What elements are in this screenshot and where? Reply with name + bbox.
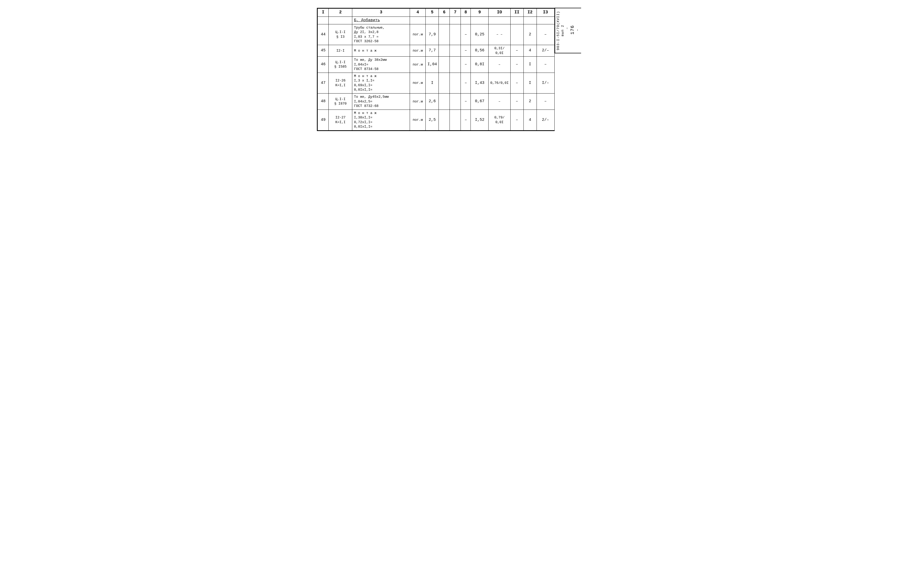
header-row: I 2 3 4 5 6 7 8 9 IO II I2 I3 [318, 9, 554, 17]
row-4-col-1: 47 [318, 72, 329, 93]
row-2-col-10: 0,3I/0,0I [489, 45, 511, 57]
row-3-col-3: То же, Ду 38х2мм I,04хI=ГОСТ 8734-58 [352, 57, 410, 73]
page-wrapper: I 2 3 4 5 6 7 8 9 IO II I2 I3 [317, 8, 581, 131]
row-4-col-9: I,43 [471, 72, 489, 93]
row-4-col-12: I [523, 72, 537, 93]
row-5-col-7 [450, 93, 461, 109]
header-col-11: II [511, 9, 523, 17]
table-row: 46Ц.I-I§ I585То же, Ду 38х2мм I,04хI=ГОС… [318, 57, 554, 73]
main-table: I 2 3 4 5 6 7 8 9 IO II I2 I3 [317, 8, 554, 130]
table-row: 49I2-27K=I,IМ о н т а жI,38хI,I=0,72хI,I… [318, 109, 554, 130]
row-5-col-10: – [489, 93, 511, 109]
row-1-col-6 [439, 24, 450, 45]
row-4-col-4: пог.м [410, 72, 426, 93]
row-4-col-2: I2-26K=I,I [329, 72, 352, 93]
row-4-col-11: – [511, 72, 523, 93]
row-5-col-4: пог.м [410, 93, 426, 109]
row-5-col-12: 2 [523, 93, 537, 109]
row-1-col-3: Трубы стальные,Ду 2I, 3х2,8 I,03 х 7,7 =… [352, 24, 410, 45]
side-label: 903-I-5I/7О(ХVII) вып 2 – 176 – [555, 8, 581, 54]
row-3-col-4: пог.м [410, 57, 426, 73]
row-2-col-2: I2-I [329, 45, 352, 57]
row-6-col-12: 4 [523, 109, 537, 130]
side-label-vyp: вып 2 [561, 25, 565, 37]
row-3-col-13: – [537, 57, 554, 73]
row-1-col-10: – – [489, 24, 511, 45]
header-col-6: 6 [439, 9, 450, 17]
row-5-col-2: Ц.I-I§ I870 [329, 93, 352, 109]
row-6-col-11: – [511, 109, 523, 130]
row-3-col-8: – [461, 57, 471, 73]
row-6-col-3: М о н т а жI,38хI,I=0,72хI,I=0,0IхI,I= [352, 109, 410, 130]
row-3-col-1: 46 [318, 57, 329, 73]
row-5-col-9: 0,67 [471, 93, 489, 109]
row-4-col-5: I [426, 72, 439, 93]
table-row: 44Ц.I-I§ I3Трубы стальные,Ду 2I, 3х2,8 I… [318, 24, 554, 45]
header-col-12: I2 [523, 9, 537, 17]
row-3-col-2: Ц.I-I§ I585 [329, 57, 352, 73]
row-6-col-4: пог.м [410, 109, 426, 130]
row-1-col-7 [450, 24, 461, 45]
row-6-col-13: 2/– [537, 109, 554, 130]
row-1-col-13: – [537, 24, 554, 45]
side-label-dash1: – [565, 27, 569, 29]
header-col-13: I3 [537, 9, 554, 17]
row-6-col-9: I,52 [471, 109, 489, 130]
row-6-col-10: 0,79/0,0I [489, 109, 511, 130]
row-4-col-3: М о н т а жI,3 х I,I=0,69хI,I=0,0IхI,I= [352, 72, 410, 93]
header-col-5: 5 [426, 9, 439, 17]
row-3-col-5: I,04 [426, 57, 439, 73]
row-5-col-8: – [461, 93, 471, 109]
row-1-col-2: Ц.I-I§ I3 [329, 24, 352, 45]
table-row: 48Ц.I-I§ I870То же, Ду45х2,5мм I,04х2,5=… [318, 93, 554, 109]
header-col-9: 9 [471, 9, 489, 17]
side-label-doc: 903-I-5I/7О(ХVII) [556, 11, 561, 50]
table-container: I 2 3 4 5 6 7 8 9 IO II I2 I3 [317, 8, 554, 131]
row-3-col-7 [450, 57, 461, 73]
row-1-col-4: пог.м [410, 24, 426, 45]
header-col-8: 8 [461, 9, 471, 17]
row-2-col-7 [450, 45, 461, 57]
header-col-2: 2 [329, 9, 352, 17]
header-col-3: 3 [352, 9, 410, 17]
row-1-col-12: 2 [523, 24, 537, 45]
table-row: 45I2-IМ о н т а жпог.м7,7–0,560,3I/0,0I–… [318, 45, 554, 57]
row-3-col-10: – [489, 57, 511, 73]
row-4-col-7 [450, 72, 461, 93]
row-1-col-11 [511, 24, 523, 45]
side-label-page: 176 [569, 25, 575, 34]
row-1-col-8: – [461, 24, 471, 45]
section-b-header: Б. Добавить [318, 17, 554, 24]
row-1-col-1: 44 [318, 24, 329, 45]
row-2-col-11: – [511, 45, 523, 57]
header-col-4: 4 [410, 9, 426, 17]
row-4-col-13: I/– [537, 72, 554, 93]
row-2-col-3: М о н т а ж [352, 45, 410, 57]
row-3-col-6 [439, 57, 450, 73]
row-1-col-9: 0,25 [471, 24, 489, 45]
row-2-col-9: 0,56 [471, 45, 489, 57]
row-2-col-5: 7,7 [426, 45, 439, 57]
side-label-dash2: – [576, 29, 580, 31]
row-6-col-1: 49 [318, 109, 329, 130]
row-6-col-5: 2,5 [426, 109, 439, 130]
row-2-col-4: пог.м [410, 45, 426, 57]
row-5-col-1: 48 [318, 93, 329, 109]
row-4-col-6 [439, 72, 450, 93]
row-5-col-11: – [511, 93, 523, 109]
row-6-col-6 [439, 109, 450, 130]
row-2-col-12: 4 [523, 45, 537, 57]
row-4-col-10: 0,76/0,0I [489, 72, 511, 93]
row-3-col-12: I [523, 57, 537, 73]
header-col-1: I [318, 9, 329, 17]
row-2-col-8: – [461, 45, 471, 57]
row-6-col-2: I2-27K=I,I [329, 109, 352, 130]
row-3-col-11: – [511, 57, 523, 73]
row-2-col-1: 45 [318, 45, 329, 57]
row-5-col-13: – [537, 93, 554, 109]
row-6-col-7 [450, 109, 461, 130]
row-1-col-5: 7,9 [426, 24, 439, 45]
header-col-10: IO [489, 9, 511, 17]
row-5-col-5: 2,6 [426, 93, 439, 109]
row-2-col-13: 2/– [537, 45, 554, 57]
